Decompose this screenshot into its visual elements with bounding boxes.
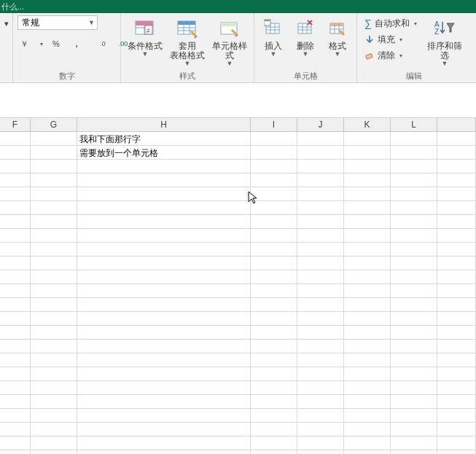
cell[interactable] — [251, 201, 297, 214]
cell[interactable] — [297, 229, 344, 242]
cell[interactable] — [0, 409, 31, 422]
cell[interactable] — [31, 243, 77, 256]
cell[interactable] — [437, 326, 476, 339]
cell[interactable] — [31, 450, 77, 454]
cell[interactable] — [391, 298, 437, 311]
cell[interactable] — [251, 257, 297, 270]
cell-styles-button[interactable]: 单元格样式 ▼ — [210, 15, 249, 66]
cell[interactable] — [31, 146, 77, 159]
cell[interactable] — [437, 409, 476, 422]
cell[interactable] — [0, 160, 31, 173]
cell[interactable] — [344, 312, 391, 325]
cell[interactable] — [251, 187, 297, 200]
cell[interactable] — [344, 395, 391, 408]
spreadsheet-grid[interactable]: 我和下面那行字需要放到一个单元格 — [0, 132, 476, 454]
cell[interactable] — [391, 312, 437, 325]
cell[interactable] — [437, 243, 476, 256]
cell[interactable] — [31, 312, 77, 325]
cell[interactable] — [391, 450, 437, 454]
cell[interactable] — [391, 132, 437, 145]
cell[interactable] — [344, 340, 391, 353]
cell[interactable] — [31, 437, 77, 450]
cell[interactable]: 需要放到一个单元格 — [77, 146, 251, 159]
cell[interactable] — [344, 160, 391, 173]
cell[interactable] — [437, 395, 476, 408]
cell[interactable] — [0, 132, 31, 145]
cell[interactable] — [297, 132, 344, 145]
cell[interactable] — [0, 450, 31, 454]
format-button[interactable]: 格式 ▼ — [323, 15, 352, 57]
cell[interactable] — [297, 381, 344, 394]
cell[interactable] — [391, 326, 437, 339]
fill-button[interactable]: 填充 ▾ — [362, 31, 420, 47]
cell[interactable] — [297, 353, 344, 367]
cell[interactable] — [77, 312, 251, 325]
cell[interactable] — [0, 395, 31, 408]
cell[interactable] — [391, 284, 437, 297]
cell[interactable] — [0, 353, 31, 367]
cell[interactable] — [31, 367, 77, 380]
cell[interactable] — [31, 298, 77, 311]
cell[interactable] — [297, 298, 344, 311]
cell[interactable] — [31, 423, 77, 436]
cell[interactable] — [77, 243, 251, 256]
cell[interactable] — [297, 243, 344, 256]
cell[interactable] — [77, 450, 251, 454]
cell[interactable] — [251, 340, 297, 353]
cell[interactable] — [251, 395, 297, 408]
increase-decimal-button[interactable]: .0 — [93, 36, 112, 52]
cell[interactable] — [77, 201, 251, 214]
cell[interactable] — [437, 298, 476, 311]
cell[interactable] — [344, 367, 391, 380]
cell[interactable] — [437, 201, 476, 214]
format-as-table-button[interactable]: 套用 表格格式 ▼ — [168, 15, 207, 66]
cell[interactable] — [251, 132, 297, 145]
autosum-button[interactable]: ∑ 自动求和 ▾ — [362, 15, 420, 31]
cell[interactable] — [0, 423, 31, 436]
cell[interactable] — [31, 215, 77, 228]
cell[interactable] — [344, 326, 391, 339]
cell[interactable] — [344, 423, 391, 436]
cell[interactable] — [297, 367, 344, 380]
percent-button[interactable]: % — [47, 36, 66, 52]
cell[interactable] — [391, 395, 437, 408]
cell[interactable] — [437, 173, 476, 187]
cell[interactable] — [297, 395, 344, 408]
cell[interactable] — [391, 367, 437, 380]
delete-button[interactable]: 删除 ▼ — [291, 15, 320, 57]
cell[interactable] — [391, 423, 437, 436]
cell[interactable] — [391, 173, 437, 187]
cell[interactable] — [251, 326, 297, 339]
cell[interactable] — [31, 270, 77, 283]
cell[interactable] — [0, 201, 31, 214]
cell[interactable] — [77, 173, 251, 187]
cell[interactable] — [0, 340, 31, 353]
cell[interactable] — [391, 229, 437, 242]
cell[interactable] — [77, 298, 251, 311]
cell[interactable] — [391, 160, 437, 173]
cell[interactable] — [77, 409, 251, 422]
insert-button[interactable]: 插入 ▼ — [259, 15, 288, 57]
cell[interactable] — [297, 201, 344, 214]
column-header-K[interactable]: K — [344, 118, 391, 131]
cell[interactable] — [437, 381, 476, 394]
cell[interactable]: 我和下面那行字 — [77, 132, 251, 145]
cell[interactable] — [77, 160, 251, 173]
cell[interactable] — [31, 340, 77, 353]
cell[interactable] — [391, 340, 437, 353]
cell[interactable] — [391, 215, 437, 228]
cell[interactable] — [344, 187, 391, 200]
cell[interactable] — [251, 284, 297, 297]
cell[interactable] — [437, 132, 476, 145]
cell[interactable] — [344, 381, 391, 394]
cell[interactable] — [77, 257, 251, 270]
cell[interactable] — [344, 132, 391, 145]
cell[interactable] — [31, 201, 77, 214]
cell[interactable] — [251, 437, 297, 450]
cell[interactable] — [391, 257, 437, 270]
column-header-I[interactable]: I — [251, 118, 297, 131]
cell[interactable] — [391, 270, 437, 283]
cell[interactable] — [391, 437, 437, 450]
cell[interactable] — [344, 353, 391, 367]
cell[interactable] — [437, 450, 476, 454]
